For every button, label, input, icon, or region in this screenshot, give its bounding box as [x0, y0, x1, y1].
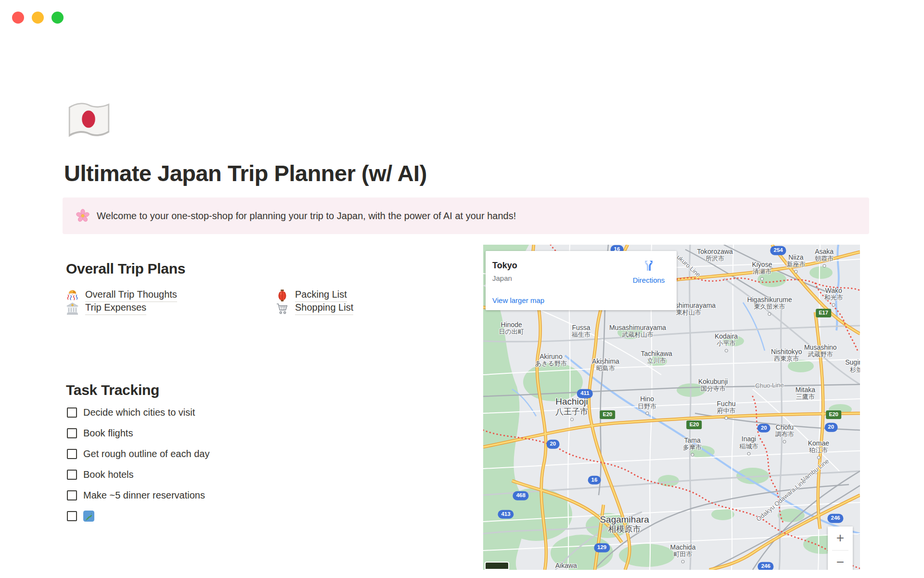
map-place-label: Nishitokyo西東京市: [771, 348, 802, 363]
to-do-checkbox[interactable]: [67, 407, 77, 418]
to-do-label: Make ~5 dinner reservations: [83, 490, 205, 501]
map-route-shield: E20: [826, 410, 841, 419]
window-controls: [12, 12, 64, 24]
map-place-label: Tama多摩市: [683, 436, 702, 456]
map-place-label: Niiza新座市: [786, 254, 805, 274]
map-place-label: Tokorozawa所沢市: [697, 248, 733, 263]
confetti-ball-icon: [66, 289, 79, 302]
to-do-label: Get rough outline of each day: [83, 448, 209, 460]
map-card-title: Tokyo: [492, 261, 517, 271]
to-do-item: Book hotels: [67, 464, 209, 485]
trip-plan-links: Overall Trip Thoughts Trip Expenses Pack…: [66, 289, 478, 311]
map-rail-line-label: Chuo Line: [755, 381, 784, 389]
map-place-label: Hachioji八王子市: [555, 396, 588, 421]
directions-button[interactable]: Directions: [628, 259, 669, 284]
map-place-label: Machida町田市: [670, 544, 696, 564]
to-do-label: Book hotels: [83, 469, 134, 480]
map-place-label: Fussa福生市: [572, 324, 590, 339]
welcome-callout: Welcome to your one-stop-shop for planni…: [63, 197, 869, 234]
to-do-item: Make ~5 dinner reservations: [67, 485, 209, 506]
map-place-label: Mitaka三鷹市: [796, 386, 815, 401]
page-title[interactable]: Ultimate Japan Trip Planner (w/ AI): [64, 160, 427, 186]
map-zoom-controls: + −: [828, 526, 853, 570]
map-place-label: Fuchu府中市: [717, 400, 736, 420]
map-place-label: Komae狛江市: [808, 439, 829, 459]
to-do-label: Decide which cities to visit: [83, 407, 195, 418]
to-do-item: Book flights: [67, 423, 209, 444]
map-place-label: Kodaira小平市: [715, 332, 738, 352]
map-route-shield: 129: [594, 543, 610, 552]
minimize-button[interactable]: [32, 12, 44, 24]
page-link-label: Trip Expenses: [85, 302, 146, 315]
map-place-label: Hinode日の出町: [499, 321, 524, 336]
map-place-label: Akirunoあきる野市: [535, 353, 567, 368]
map-place-label: Asaka朝霞市: [815, 248, 834, 267]
page-link-overall-trip-thoughts[interactable]: Overall Trip Thoughts: [66, 289, 276, 302]
page-link-label: Packing List: [295, 289, 347, 302]
map-route-shield: 16: [588, 475, 601, 485]
directions-icon: [642, 259, 656, 273]
bank-icon: [66, 302, 79, 315]
lantern-icon: [276, 289, 289, 302]
to-do-checkbox[interactable]: [67, 490, 77, 500]
map-place-label: Hino日野市: [638, 395, 656, 415]
callout-text: Welcome to your one-stop-shop for planni…: [97, 210, 516, 222]
map-place-label: Chofu調布市: [775, 423, 794, 443]
to-do-checkbox[interactable]: [67, 449, 77, 459]
map-place-label: Suginami杉並区: [845, 359, 860, 374]
map-place-label: Wako和光市: [824, 287, 843, 306]
map-route-shield: E20: [600, 410, 616, 419]
to-do-label: Book flights: [83, 428, 133, 439]
shopping-cart-icon: [276, 302, 289, 315]
map-route-shield: 20: [546, 440, 559, 449]
map-place-label: Inagi稲城市: [740, 435, 758, 455]
section-heading-trip-plans: Overall Trip Plans: [66, 261, 185, 277]
view-larger-map-link[interactable]: View larger map: [492, 296, 544, 304]
map-route-shield: 254: [770, 246, 786, 255]
japan-map-icon: [83, 511, 94, 522]
map-route-shield: 413: [498, 510, 513, 519]
satellite-layer-thumbnail[interactable]: [485, 562, 509, 570]
map-route-shield: 246: [828, 514, 844, 523]
map-place-label: Tachikawa立川市: [641, 350, 672, 365]
to-do-item: [67, 506, 209, 526]
map-place-label: Kiyose清瀬市: [752, 261, 772, 280]
map-route-shield: 468: [513, 491, 529, 500]
zoom-in-button[interactable]: +: [828, 526, 853, 550]
section-heading-task-tracking: Task Tracking: [66, 382, 159, 398]
map-place-label: Akishima昭島市: [592, 357, 619, 372]
page-link-label: Overall Trip Thoughts: [85, 289, 177, 302]
page-link-packing-list[interactable]: Packing List: [276, 289, 478, 302]
to-do-checkbox[interactable]: [67, 470, 77, 480]
page-link-label: Shopping List: [295, 302, 353, 315]
map-card-subtitle: Japan: [492, 274, 512, 282]
to-do-item: Decide which cities to visit: [67, 402, 209, 423]
google-map-embed[interactable]: Tokorozawa所沢市Asaka朝霞市Niiza新座市Kiyose清瀬市Wa…: [483, 245, 860, 570]
map-place-label: Musashino武蔵野市: [804, 344, 837, 359]
map-place-label: Aikawa: [555, 562, 577, 569]
map-place-label: Sagamihara相模原市: [600, 514, 649, 534]
map-route-shield: 411: [577, 389, 593, 398]
map-place-label: Kokubunji国分寺市: [698, 378, 728, 393]
map-place-label: Higashikurume東久留米市: [747, 296, 792, 315]
map-route-shield: 20: [757, 423, 770, 433]
map-info-card: Tokyo Japan Directions View larger map: [486, 251, 677, 310]
map-route-shield: E20: [687, 420, 702, 429]
map-route-shield: 246: [758, 562, 774, 570]
zoom-button[interactable]: [51, 12, 64, 24]
close-button[interactable]: [12, 12, 24, 24]
map-route-shield: 20: [824, 423, 837, 432]
page-link-shopping-list[interactable]: Shopping List: [276, 302, 478, 315]
page-link-trip-expenses[interactable]: Trip Expenses: [66, 302, 276, 315]
zoom-out-button[interactable]: −: [828, 551, 853, 570]
directions-label: Directions: [628, 276, 669, 284]
map-route-shield: E17: [816, 309, 831, 317]
to-do-checkbox[interactable]: [67, 428, 77, 438]
task-list: Decide which cities to visitBook flights…: [67, 402, 209, 526]
to-do-checkbox[interactable]: [67, 511, 77, 521]
map-rail-line-label: Odakyu Odawara Line: [755, 477, 807, 523]
to-do-item: Get rough outline of each day: [67, 444, 209, 464]
map-place-label: Musashimurayama武蔵村山市: [609, 324, 666, 339]
japan-flag-icon[interactable]: [64, 95, 114, 146]
cherry-blossom-icon: [76, 209, 90, 223]
